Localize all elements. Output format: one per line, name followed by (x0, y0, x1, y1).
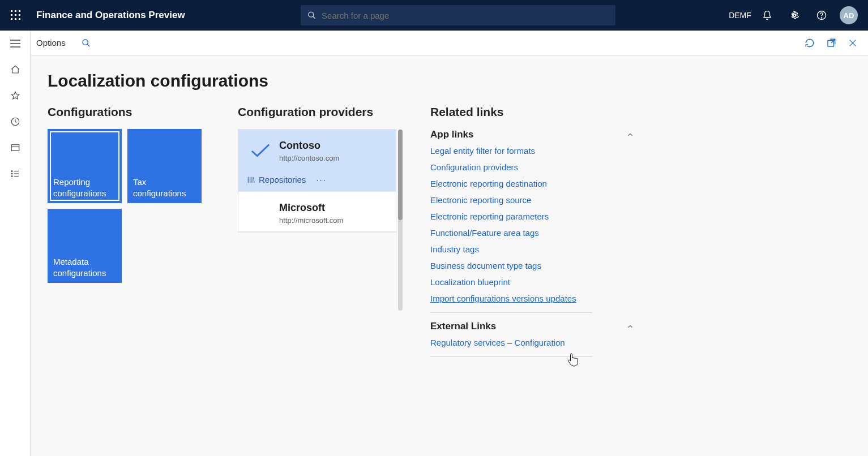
tile-metadata-configurations[interactable]: Metadata configurations (48, 209, 122, 283)
provider-list: Contoso http://contoso.com Repositories … (238, 129, 396, 233)
configurations-section: Configurations Reporting configurations … (48, 105, 238, 365)
page-title: Localization configurations (48, 71, 868, 91)
svg-rect-2 (19, 10, 20, 12)
app-title: Finance and Operations Preview (36, 10, 185, 21)
group-divider (430, 312, 592, 313)
svg-rect-5 (19, 14, 20, 16)
provider-card-contoso[interactable]: Contoso http://contoso.com Repositories … (238, 130, 396, 192)
page-search-icon[interactable] (82, 38, 91, 48)
refresh-icon[interactable] (800, 33, 819, 53)
link-legal-entity-filter[interactable]: Legal entity filter for formats (430, 146, 535, 156)
group-divider (430, 356, 592, 357)
link-er-destination[interactable]: Electronic reporting destination (430, 179, 547, 188)
svg-rect-7 (15, 18, 16, 20)
active-check-icon (250, 142, 271, 159)
tile-label: Tax configurations (133, 177, 196, 199)
svg-rect-8 (19, 18, 20, 20)
providers-heading: Configuration providers (238, 105, 430, 119)
app-links-group-header[interactable]: App links (430, 129, 634, 140)
workspaces-icon[interactable] (4, 138, 27, 157)
svg-rect-6 (11, 18, 12, 20)
link-configuration-providers[interactable]: Configuration providers (430, 162, 518, 172)
navigation-rail (0, 31, 31, 456)
close-icon[interactable] (843, 33, 862, 53)
tile-reporting-configurations[interactable]: Reporting configurations (48, 129, 122, 203)
provider-name: Contoso (279, 140, 339, 152)
related-links-heading: Related links (430, 105, 634, 119)
tile-label: Metadata configurations (53, 256, 116, 278)
svg-point-14 (83, 40, 88, 45)
hamburger-menu-icon[interactable] (4, 34, 27, 53)
provider-url: http://microsoft.com (279, 216, 343, 225)
action-bar: Options (0, 31, 868, 55)
user-avatar[interactable]: AD (840, 6, 858, 24)
svg-rect-3 (11, 14, 12, 16)
svg-point-9 (309, 12, 314, 17)
options-button[interactable]: Options (32, 38, 70, 48)
company-indicator[interactable]: DEMF (731, 6, 749, 24)
svg-point-27 (11, 176, 12, 177)
chevron-up-icon (626, 131, 634, 139)
repositories-link[interactable]: Repositories (246, 175, 306, 184)
svg-line-15 (87, 44, 89, 46)
tile-label: Reporting configurations (53, 177, 116, 199)
svg-rect-0 (11, 10, 12, 12)
settings-gear-icon[interactable] (785, 6, 803, 24)
provider-url: http://contoso.com (279, 154, 339, 162)
link-er-parameters[interactable]: Electronic reporting parameters (430, 212, 549, 221)
modules-list-icon[interactable] (4, 164, 27, 183)
link-business-doc-tags[interactable]: Business document type tags (430, 261, 541, 270)
app-links-list: Legal entity filter for formats Configur… (430, 146, 634, 303)
link-industry-tags[interactable]: Industry tags (430, 244, 479, 254)
recent-clock-icon[interactable] (4, 112, 27, 131)
provider-name: Microsoft (279, 202, 343, 214)
home-icon[interactable] (4, 60, 27, 79)
help-icon[interactable] (813, 6, 831, 24)
link-import-config-updates[interactable]: Import configurations versions updates (430, 294, 576, 303)
global-search-input[interactable] (322, 11, 609, 20)
more-actions-icon[interactable]: ··· (316, 175, 327, 184)
svg-point-26 (11, 173, 12, 174)
scrollbar[interactable] (398, 130, 403, 311)
open-new-window-icon[interactable] (822, 33, 841, 53)
svg-point-13 (821, 18, 822, 18)
link-feature-tags[interactable]: Functional/Feature area tags (430, 228, 539, 238)
svg-rect-23 (11, 145, 19, 151)
svg-rect-1 (15, 10, 16, 12)
global-header: Finance and Operations Preview DEMF AD (0, 0, 868, 31)
app-launcher-icon[interactable] (2, 0, 29, 31)
related-links-section: Related links App links Legal entity fil… (430, 105, 634, 365)
favorites-star-icon[interactable] (4, 86, 27, 105)
external-links-group-header[interactable]: External Links (430, 321, 634, 332)
external-links-list: Regulatory services – Configuration (430, 338, 634, 347)
header-actions: DEMF AD (731, 6, 861, 24)
link-regulatory-services[interactable]: Regulatory services – Configuration (430, 338, 565, 347)
svg-line-10 (313, 16, 315, 19)
svg-rect-4 (15, 14, 16, 16)
notifications-icon[interactable] (758, 6, 776, 24)
external-links-label: External Links (430, 321, 496, 332)
link-localization-blueprint[interactable]: Localization blueprint (430, 277, 510, 287)
providers-section: Configuration providers Contoso http://c… (238, 105, 430, 365)
repositories-label: Repositories (259, 175, 306, 184)
svg-point-25 (11, 171, 12, 172)
configurations-heading: Configurations (48, 105, 238, 119)
chevron-up-icon (626, 322, 634, 330)
tile-tax-configurations[interactable]: Tax configurations (127, 129, 202, 203)
link-er-source[interactable]: Electronic reporting source (430, 195, 531, 205)
page-body: Localization configurations Configuratio… (31, 55, 868, 456)
global-search[interactable] (301, 5, 615, 25)
app-links-label: App links (430, 129, 474, 140)
provider-card-microsoft[interactable]: Microsoft http://microsoft.com (238, 192, 396, 232)
